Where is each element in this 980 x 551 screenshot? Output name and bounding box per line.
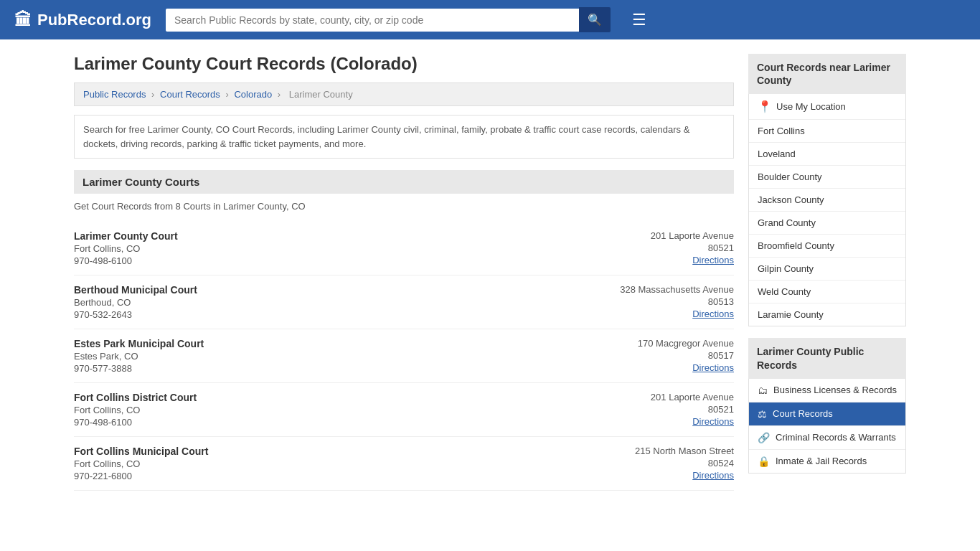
court-zip: 80513 bbox=[590, 296, 734, 307]
use-location-link[interactable]: Use My Location bbox=[776, 101, 846, 112]
content-area: Larimer County Court Records (Colorado) … bbox=[74, 54, 734, 491]
logo-icon: 🏛 bbox=[14, 10, 32, 30]
nearby-link[interactable]: Gilpin County bbox=[758, 263, 814, 274]
court-name: Fort Collins District Court bbox=[74, 392, 590, 403]
nearby-section: Court Records near Larimer County 📍Use M… bbox=[748, 54, 906, 326]
court-name: Berthoud Municipal Court bbox=[74, 284, 590, 296]
search-icon: 🔍 bbox=[588, 14, 602, 26]
page-title: Larimer County Court Records (Colorado) bbox=[74, 54, 734, 74]
court-entry: Estes Park Municipal Court Estes Park, C… bbox=[74, 329, 734, 383]
site-logo[interactable]: 🏛 PubRecord.org bbox=[14, 10, 151, 30]
public-record-link[interactable]: Business Licenses & Records bbox=[773, 385, 897, 395]
public-record-item[interactable]: 🔗Criminal Records & Warrants bbox=[749, 426, 905, 450]
directions-link[interactable]: Directions bbox=[590, 362, 734, 373]
court-phone: 970-577-3888 bbox=[74, 363, 590, 374]
nearby-link[interactable]: Jackson County bbox=[758, 194, 824, 205]
court-city: Fort Collins, CO bbox=[74, 458, 590, 469]
search-input[interactable] bbox=[166, 9, 579, 32]
court-city: Berthoud, CO bbox=[74, 297, 590, 308]
sidebar-nearby-item[interactable]: Grand County bbox=[749, 212, 905, 235]
nearby-link[interactable]: Boulder County bbox=[758, 171, 822, 182]
public-records-section: Larimer County Public Records 🗂Business … bbox=[748, 338, 906, 473]
sidebar-nearby-item[interactable]: Fort Collins bbox=[749, 120, 905, 143]
sidebar-nearby-item[interactable]: Gilpin County bbox=[749, 258, 905, 281]
court-phone: 970-498-6100 bbox=[74, 417, 590, 428]
site-header: 🏛 PubRecord.org 🔍 ☰ bbox=[0, 0, 980, 39]
sidebar-nearby-item[interactable]: Loveland bbox=[749, 143, 905, 166]
sidebar-nearby-item[interactable]: Laramie County bbox=[749, 303, 905, 326]
nearby-link[interactable]: Broomfield County bbox=[758, 240, 834, 251]
breadcrumb-current: Larimer County bbox=[289, 89, 353, 100]
directions-link[interactable]: Directions bbox=[590, 470, 734, 481]
nearby-link[interactable]: Laramie County bbox=[758, 309, 824, 320]
court-address-block: 170 Macgregor Avenue 80517 Directions bbox=[590, 338, 734, 374]
court-zip: 80517 bbox=[590, 350, 734, 361]
public-records-list: 🗂Business Licenses & Records⚖Court Recor… bbox=[748, 379, 906, 474]
courts-count: Get Court Records from 8 Courts in Larim… bbox=[74, 201, 734, 212]
menu-button[interactable]: ☰ bbox=[632, 11, 646, 29]
sidebar-nearby-item[interactable]: Broomfield County bbox=[749, 235, 905, 258]
breadcrumb-colorado[interactable]: Colorado bbox=[234, 89, 272, 100]
record-icon: 🔗 bbox=[758, 432, 770, 443]
use-location-item[interactable]: 📍Use My Location bbox=[749, 94, 905, 120]
court-phone: 970-221-6800 bbox=[74, 471, 590, 481]
nearby-link[interactable]: Fort Collins bbox=[758, 126, 805, 136]
court-info: Fort Collins District Court Fort Collins… bbox=[74, 392, 590, 428]
sidebar-nearby-item[interactable]: Boulder County bbox=[749, 166, 905, 189]
public-record-item[interactable]: ⚖Court Records bbox=[749, 402, 905, 426]
court-zip: 80521 bbox=[590, 242, 734, 253]
public-record-link[interactable]: Criminal Records & Warrants bbox=[776, 432, 896, 443]
court-name: Fort Collins Municipal Court bbox=[74, 446, 590, 457]
court-info: Estes Park Municipal Court Estes Park, C… bbox=[74, 338, 590, 374]
court-address-block: 328 Massachusetts Avenue 80513 Direction… bbox=[590, 284, 734, 320]
search-button[interactable]: 🔍 bbox=[579, 7, 611, 32]
court-entry: Fort Collins Municipal Court Fort Collin… bbox=[74, 437, 734, 491]
nearby-title: Court Records near Larimer County bbox=[748, 54, 906, 94]
courts-list: Larimer County Court Fort Collins, CO 97… bbox=[74, 222, 734, 491]
public-record-link[interactable]: Inmate & Jail Records bbox=[776, 456, 867, 466]
court-entry: Berthoud Municipal Court Berthoud, CO 97… bbox=[74, 276, 734, 329]
breadcrumb-court-records[interactable]: Court Records bbox=[160, 89, 220, 100]
public-record-item[interactable]: 🗂Business Licenses & Records bbox=[749, 379, 905, 402]
section-header: Larimer County Courts bbox=[74, 170, 734, 194]
nearby-link[interactable]: Loveland bbox=[758, 149, 796, 159]
court-name: Larimer County Court bbox=[74, 230, 590, 242]
court-address: 201 Laporte Avenue bbox=[590, 230, 734, 241]
court-address-block: 201 Laporte Avenue 80521 Directions bbox=[590, 230, 734, 266]
directions-link[interactable]: Directions bbox=[590, 255, 734, 265]
main-container: Larimer County Court Records (Colorado) … bbox=[60, 39, 920, 505]
nearby-link[interactable]: Weld County bbox=[758, 286, 811, 297]
court-zip: 80521 bbox=[590, 404, 734, 415]
public-record-link[interactable]: Court Records bbox=[773, 408, 833, 419]
court-phone: 970-498-6100 bbox=[74, 255, 590, 266]
sidebar: Court Records near Larimer County 📍Use M… bbox=[748, 54, 906, 491]
court-city: Fort Collins, CO bbox=[74, 243, 590, 254]
court-entry: Fort Collins District Court Fort Collins… bbox=[74, 383, 734, 437]
breadcrumb-public-records[interactable]: Public Records bbox=[83, 89, 146, 100]
search-bar: 🔍 bbox=[166, 7, 611, 32]
court-address-block: 215 North Mason Street 80524 Directions bbox=[590, 446, 734, 481]
court-phone: 970-532-2643 bbox=[74, 309, 590, 320]
hamburger-icon: ☰ bbox=[632, 11, 646, 29]
directions-link[interactable]: Directions bbox=[590, 309, 734, 319]
location-icon: 📍 bbox=[758, 100, 772, 113]
sidebar-nearby-item[interactable]: Jackson County bbox=[749, 189, 905, 212]
page-description: Search for free Larimer County, CO Court… bbox=[74, 115, 734, 159]
court-city: Fort Collins, CO bbox=[74, 405, 590, 415]
court-address: 215 North Mason Street bbox=[590, 446, 734, 456]
court-name: Estes Park Municipal Court bbox=[74, 338, 590, 349]
court-info: Berthoud Municipal Court Berthoud, CO 97… bbox=[74, 284, 590, 320]
court-address: 201 Laporte Avenue bbox=[590, 392, 734, 402]
sidebar-nearby-item[interactable]: Weld County bbox=[749, 281, 905, 303]
breadcrumb: Public Records › Court Records › Colorad… bbox=[74, 83, 734, 106]
logo-text: PubRecord.org bbox=[37, 11, 151, 29]
public-record-item[interactable]: 🔒Inmate & Jail Records bbox=[749, 450, 905, 473]
record-icon: ⚖ bbox=[758, 408, 767, 420]
court-address-block: 201 Laporte Avenue 80521 Directions bbox=[590, 392, 734, 428]
nearby-link[interactable]: Grand County bbox=[758, 217, 816, 228]
public-records-title: Larimer County Public Records bbox=[748, 338, 906, 378]
directions-link[interactable]: Directions bbox=[590, 416, 734, 427]
court-info: Fort Collins Municipal Court Fort Collin… bbox=[74, 446, 590, 481]
court-city: Estes Park, CO bbox=[74, 351, 590, 362]
court-address: 328 Massachusetts Avenue bbox=[590, 284, 734, 295]
